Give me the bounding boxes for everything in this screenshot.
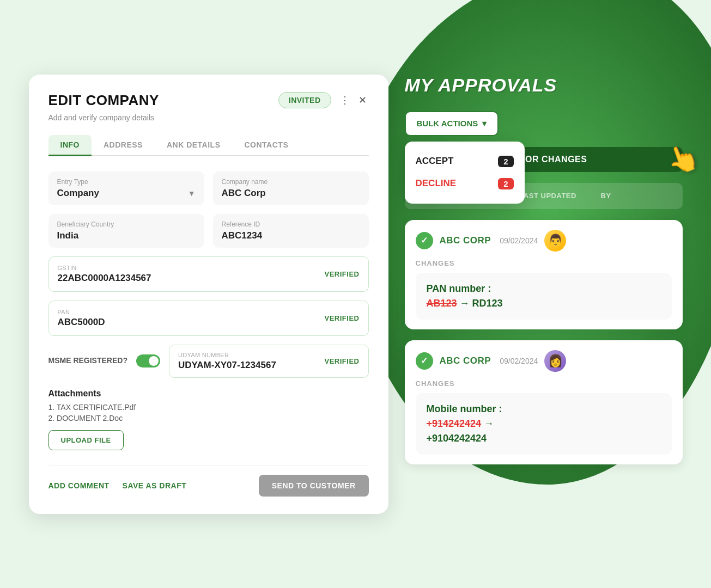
card-1-avatar: 👨 <box>544 230 566 252</box>
card-1-header: ✓ ABC CORP 09/02/2024 👨 <box>416 230 672 252</box>
card-1-date: 09/02/2024 <box>500 236 538 245</box>
card-1-changes-label: CHANGES <box>416 259 672 267</box>
company-name-value: ABC Corp <box>222 188 266 198</box>
tab-bar: INFO ADDRESS ANK DETAILS CONTACTS <box>48 135 369 156</box>
pan-value: ABC5000D <box>58 317 105 327</box>
decline-label: DECLINE <box>416 178 457 189</box>
pan-input-group[interactable]: PAN ABC5000D VERIFIED <box>48 301 369 336</box>
card-2-date: 09/02/2024 <box>500 357 538 365</box>
card-1-arrow-icon: → <box>460 298 472 309</box>
tab-address[interactable]: ADDRESS <box>92 135 155 156</box>
form-row-1: Entry Type Company ▼ Company name ABC Co… <box>48 171 369 205</box>
card-1-old-value: AB123 <box>427 298 457 309</box>
gstin-inner: GSTIN 22ABC0000A1234567 <box>58 265 325 284</box>
beneficiary-country-label: Beneficiary Country <box>57 220 196 228</box>
pan-verified-badge: VERIFIED <box>325 314 360 322</box>
card-2-new-value: +9104242424 <box>427 433 487 444</box>
card-2-old-value: +914242424 <box>427 418 482 429</box>
entry-type-label: Entry Type <box>57 178 196 186</box>
attachments-title: Attachments <box>48 389 369 399</box>
by-col-header: BY <box>601 192 674 200</box>
udyam-verified-badge: VERIFIED <box>325 357 360 365</box>
invited-badge: INVITED <box>278 92 331 108</box>
beneficiary-country-value: India <box>57 230 79 241</box>
bulk-actions-label: BULK ACTIONS <box>417 119 478 128</box>
panel-header: EDIT COMPANY INVITED ⋮ ✕ <box>48 92 369 109</box>
approvals-toolbar: BULK ACTIONS ▾ ACCEPT 2 DECLINE 2 👆 <box>405 111 683 136</box>
panel-actions: ADD COMMENT SAVE AS DRAFT SEND TO CUSTOM… <box>48 465 369 497</box>
gstin-value: 22ABC0000A1234567 <box>58 273 151 283</box>
accept-label: ACCEPT <box>416 156 454 167</box>
reference-id-value: ABC1234 <box>222 230 263 241</box>
tab-ank-details[interactable]: ANK DETAILS <box>155 135 233 156</box>
company-name-field[interactable]: Company name ABC Corp <box>213 171 369 205</box>
approval-card-1: ✓ ABC CORP 09/02/2024 👨 CHANGES PAN numb… <box>405 220 683 329</box>
card-2-changes-label: CHANGES <box>416 379 672 388</box>
udyam-label: UDYAM Number <box>178 352 325 358</box>
pan-inner: PAN ABC5000D <box>58 309 325 328</box>
edit-panel: EDIT COMPANY INVITED ⋮ ✕ Add and verify … <box>29 75 388 514</box>
decline-count: 2 <box>498 178 513 189</box>
bulk-actions-dropdown: ACCEPT 2 DECLINE 2 <box>405 142 525 204</box>
card-1-changes-box: PAN number : AB123 → RD123 <box>416 273 672 320</box>
close-icon[interactable]: ✕ <box>356 92 369 108</box>
entry-type-value: Company <box>57 188 99 199</box>
tab-info[interactable]: INFO <box>48 135 92 156</box>
send-to-customer-button[interactable]: SEND TO CUSTOMER <box>259 475 369 497</box>
accept-menu-item[interactable]: ACCEPT 2 <box>416 150 514 173</box>
form-row-2: Beneficiary Country India Reference ID A… <box>48 214 369 248</box>
card-2-changes-box: Mobile number : +914242424 → +9104242424 <box>416 393 672 455</box>
cursor-pointer-icon: 👆 <box>662 139 703 179</box>
card-2-company-name: ABC CORP <box>440 356 491 366</box>
attachment-1: 1. TAX CERTIFICATE.Pdf <box>48 403 369 412</box>
pan-label: PAN <box>58 309 325 315</box>
add-comment-button[interactable]: ADD COMMENT <box>48 481 110 490</box>
card-2-avatar: 👩 <box>544 350 566 372</box>
entry-type-dropdown[interactable]: Company ▼ <box>57 188 196 199</box>
udyam-input-group[interactable]: UDYAM Number UDYAM-XY07-1234567 VERIFIED <box>169 345 369 378</box>
card-2-changes-title: Mobile number : <box>427 403 502 414</box>
save-as-draft-button[interactable]: SAVE AS DRAFT <box>123 481 187 490</box>
decline-menu-item[interactable]: DECLINE 2 <box>416 173 514 195</box>
upload-file-button[interactable]: UPLOAD FILE <box>48 430 124 450</box>
card-2-check-icon: ✓ <box>416 352 433 370</box>
attachments-section: Attachments 1. TAX CERTIFICATE.Pdf 2. DO… <box>48 389 369 450</box>
card-2-arrow-icon: → <box>484 418 494 429</box>
main-container: EDIT COMPANY INVITED ⋮ ✕ Add and verify … <box>29 75 683 514</box>
company-name-label: Company name <box>222 178 360 186</box>
bulk-actions-button[interactable]: BULK ACTIONS ▾ <box>405 111 499 136</box>
card-1-new-value: RD123 <box>472 298 503 309</box>
udyam-value: UDYAM-XY07-1234567 <box>178 360 276 370</box>
bulk-actions-chevron-icon: ▾ <box>482 119 487 128</box>
gstin-input-group[interactable]: GSTIN 22ABC0000A1234567 VERIFIED <box>48 256 369 292</box>
card-1-changes-title: PAN number : <box>427 283 491 294</box>
panel-subtitle: Add and verify company details <box>48 113 369 122</box>
card-1-check-icon: ✓ <box>416 232 433 249</box>
msme-label: MSME REGISTERED? <box>48 356 127 366</box>
header-right: INVITED ⋮ ✕ <box>278 92 369 108</box>
approvals-panel: MY APPROVALS BULK ACTIONS ▾ ACCEPT 2 DEC… <box>405 75 683 514</box>
approval-card-2: ✓ ABC CORP 09/02/2024 👩 CHANGES Mobile n… <box>405 340 683 464</box>
udyam-inner: UDYAM Number UDYAM-XY07-1234567 <box>178 352 325 371</box>
attachment-2: 2. DOCUMENT 2.Doc <box>48 414 369 422</box>
card-2-header: ✓ ABC CORP 09/02/2024 👩 <box>416 350 672 372</box>
approvals-title: MY APPROVALS <box>405 75 683 96</box>
more-options-icon[interactable]: ⋮ <box>338 92 352 108</box>
card-1-company-name: ABC CORP <box>440 235 491 246</box>
tab-contacts[interactable]: CONTACTS <box>233 135 301 156</box>
beneficiary-country-field[interactable]: Beneficiary Country India <box>48 214 204 248</box>
reference-id-label: Reference ID <box>222 220 360 228</box>
last-updated-col-header: LAST UPDATED <box>519 192 592 200</box>
gstin-verified-badge: VERIFIED <box>325 270 360 278</box>
panel-title: EDIT COMPANY <box>48 92 159 109</box>
card-2-changes-text: Mobile number : +914242424 → +9104242424 <box>427 402 661 446</box>
header-icons: ⋮ ✕ <box>338 92 369 108</box>
accept-count: 2 <box>498 156 513 167</box>
entry-type-field[interactable]: Entry Type Company ▼ <box>48 171 204 205</box>
msme-row: MSME REGISTERED? UDYAM Number UDYAM-XY07… <box>48 345 369 378</box>
dropdown-arrow-icon: ▼ <box>188 189 196 198</box>
card-1-changes-text: PAN number : AB123 → RD123 <box>427 281 661 311</box>
reference-id-field[interactable]: Reference ID ABC1234 <box>213 214 369 248</box>
gstin-label: GSTIN <box>58 265 325 271</box>
msme-toggle[interactable] <box>136 354 160 367</box>
